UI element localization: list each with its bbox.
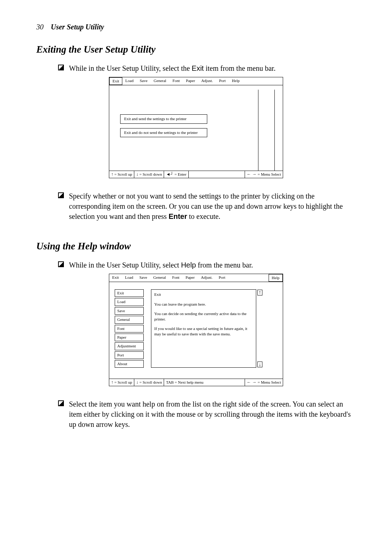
arrow-left-icon: ← [247, 171, 251, 177]
exit-options: Exit and send the settings to the printe… [109, 85, 283, 171]
status-spacer [189, 171, 245, 178]
arrow-down-icon: ↓ [136, 379, 138, 385]
help-item-exit[interactable]: Exit [115, 289, 144, 297]
menu-load[interactable]: Load [122, 274, 136, 282]
dialog-help-wrapper: Exit Load Save General Font Paper Adjust… [36, 274, 356, 387]
scroll-indicators: ↑ ↓ [257, 290, 262, 368]
menu-save[interactable]: Save [137, 77, 151, 85]
help-item-save[interactable]: Save [115, 307, 144, 315]
dialog-help: Exit Load Save General Font Paper Adjust… [109, 274, 283, 387]
help-item-port[interactable]: Port [115, 351, 144, 359]
status-bar: ↑= Scroll up ↓= Scroll down ◄┘= Enter ←→… [109, 171, 283, 178]
status-scrollup: ↑= Scroll up [109, 171, 134, 178]
bullet-text: While in the User Setup Utility, select … [69, 63, 352, 73]
menu-exit[interactable]: Exit [109, 274, 122, 282]
bullet-row: While in the User Setup Utility, select … [58, 260, 352, 270]
bullet-icon [58, 400, 64, 406]
menu-font[interactable]: Font [170, 77, 183, 85]
arrow-left-icon: ← [247, 379, 251, 385]
scroll-down-icon[interactable]: ↓ [257, 362, 262, 367]
bullet-text: While in the User Setup Utility, select … [69, 260, 352, 270]
arrow-right-icon: → [252, 379, 257, 385]
help-item-general[interactable]: General [115, 316, 144, 323]
help-detail-panel: Exit You can leave the program here. You… [151, 289, 256, 368]
arrow-up-icon: ↑ [111, 171, 113, 177]
arrow-right-icon: → [252, 171, 257, 177]
status-scrolldown: ↓= Scroll down [134, 171, 164, 178]
option-exit-send[interactable]: Exit and send the settings to the printe… [120, 114, 207, 123]
dialog-exit: Exit Load Save General Font Paper Adjust… [109, 77, 283, 178]
enter-icon: ◄┘ [166, 171, 173, 177]
help-item-about[interactable]: About [115, 360, 144, 368]
status-tab: TAB = Next help menu [164, 379, 245, 386]
page-header: 30 User Setup Utility [36, 22, 356, 32]
option-exit-nosend[interactable]: Exit and do not send the settings to the… [120, 128, 207, 137]
status-bar: ↑= Scroll up ↓= Scroll down TAB = Next h… [109, 379, 283, 386]
menu-bar: Exit Load Save General Font Paper Adjust… [109, 274, 283, 282]
status-scrollup: ↑= Scroll up [109, 379, 134, 386]
separator [274, 90, 275, 171]
section-heading-exiting: Exiting the User Setup Utility [36, 43, 356, 57]
status-scrolldown: ↓= Scroll down [134, 379, 164, 386]
bullet-icon [58, 192, 64, 198]
help-item-load[interactable]: Load [115, 298, 144, 306]
help-item-paper[interactable]: Paper [115, 334, 144, 341]
menu-paper[interactable]: Paper [183, 77, 198, 85]
dialog-exit-wrapper: Exit Load Save General Font Paper Adjust… [36, 77, 356, 178]
help-detail-p3: If you would like to use a special setti… [154, 326, 253, 337]
menu-save[interactable]: Save [136, 274, 150, 282]
bullet-icon [58, 261, 64, 267]
menu-bar: Exit Load Save General Font Paper Adjust… [109, 77, 283, 85]
help-topic-list: Exit Load Save General Font Paper Adjust… [115, 289, 144, 368]
arrow-up-icon: ↑ [111, 379, 113, 385]
menu-help[interactable]: Help [269, 274, 283, 282]
bullet-text: Specify whether or not you want to send … [69, 191, 352, 221]
dialog-body: Exit and send the settings to the printe… [109, 85, 283, 171]
page-header-title: User Setup Utility [51, 23, 104, 31]
bullet-icon [58, 65, 64, 70]
bullet-row: Specify whether or not you want to send … [58, 191, 352, 221]
section-heading-help: Using the Help window [36, 240, 356, 253]
menu-general[interactable]: General [150, 274, 169, 282]
help-body: Exit Load Save General Font Paper Adjust… [109, 282, 283, 379]
bullet-row: Select the item you want help on from th… [58, 399, 352, 429]
menu-adjust[interactable]: Adjust. [198, 274, 216, 282]
bullet-row: While in the User Setup Utility, select … [58, 63, 352, 73]
separator [258, 90, 258, 171]
arrow-down-icon: ↓ [136, 171, 138, 177]
menu-port[interactable]: Port [216, 274, 228, 282]
help-item-adjustment[interactable]: Adjustment [115, 342, 144, 350]
menu-paper[interactable]: Paper [183, 274, 198, 282]
status-enter: ◄┘= Enter [164, 171, 188, 178]
menu-exit[interactable]: Exit [109, 77, 122, 85]
bullet-text: Select the item you want help on from th… [69, 399, 352, 429]
scroll-up-icon[interactable]: ↑ [257, 290, 262, 295]
status-menuselect: ←→= Menu Select [245, 171, 283, 178]
menu-port[interactable]: Port [216, 77, 229, 85]
menu-help[interactable]: Help [229, 77, 243, 85]
help-item-font[interactable]: Font [115, 325, 144, 332]
menu-general[interactable]: General [151, 77, 170, 85]
help-detail-p2: You can decide on sending the currently … [154, 311, 253, 322]
status-menuselect: ←→= Menu Select [245, 379, 283, 386]
help-detail-p1: You can leave the program here. [154, 302, 253, 307]
page-number: 30 [36, 23, 44, 31]
menu-adjust[interactable]: Adjust. [198, 77, 216, 85]
menu-font[interactable]: Font [169, 274, 183, 282]
help-detail-title: Exit [154, 292, 253, 297]
menu-load[interactable]: Load [122, 77, 137, 85]
